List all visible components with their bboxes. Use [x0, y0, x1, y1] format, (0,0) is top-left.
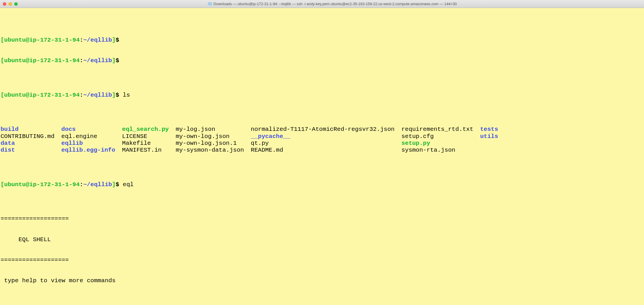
ls-entry: my-log.json: [176, 126, 244, 133]
ls-column: my-log.jsonmy-own-log.jsonmy-own-log.jso…: [176, 126, 244, 154]
prompt-dollar: $: [116, 181, 123, 188]
ls-entry: eqllib: [61, 140, 115, 147]
prompt-bracket-close: ]: [112, 92, 116, 98]
ls-entry: CONTRIBUTING.md: [1, 133, 54, 140]
prompt-dollar: $: [116, 37, 123, 43]
prompt-bracket-close: ]: [112, 181, 116, 188]
command-ls: ls: [123, 92, 130, 98]
eql-banner-title: EQL SHELL: [1, 236, 643, 243]
prompt-user-host: ubuntu@ip-172-31-1-94: [4, 57, 80, 64]
ls-entry: build: [1, 126, 54, 133]
prompt-line-eql: [ubuntu@ip-172-31-1-94:~/eqllib]$ eql: [1, 181, 643, 188]
ls-entry: sysmon-rta.json: [401, 147, 473, 154]
prompt-user-host: ubuntu@ip-172-31-1-94: [4, 181, 80, 188]
ls-entry: eqllib.egg-info: [61, 147, 115, 154]
prompt-colon: :: [80, 92, 83, 98]
prompt-path: ~/eqllib: [83, 37, 112, 43]
terminal-body[interactable]: [ubuntu@ip-172-31-1-94:~/eqllib]$ [ubunt…: [0, 8, 644, 305]
prompt-user-host: ubuntu@ip-172-31-1-94: [4, 92, 80, 98]
ls-entry: setup.py: [401, 140, 473, 147]
prompt-bracket-open: [: [1, 181, 4, 188]
prompt-colon: :: [80, 181, 83, 188]
prompt-colon: :: [80, 57, 83, 64]
ls-entry: eql.engine: [61, 133, 115, 140]
ls-entry: requirements_rtd.txt: [401, 126, 473, 133]
prompt-line: [ubuntu@ip-172-31-1-94:~/eqllib]$: [1, 57, 643, 64]
ls-entry: normalized-T1117-AtomicRed-regsvr32.json: [251, 126, 394, 133]
ls-entry: my-own-log.json: [176, 133, 244, 140]
prompt-line: [ubuntu@ip-172-31-1-94:~/eqllib]$: [1, 37, 643, 44]
ls-column: docseql.engineeqllibeqllib.egg-info: [61, 126, 115, 154]
close-window-button[interactable]: [3, 2, 6, 6]
ls-column: eql_search.pyLICENSEMakefileMANIFEST.in: [122, 126, 169, 154]
ls-entry: my-own-log.json.1: [176, 140, 244, 147]
ls-entry: tests: [480, 126, 498, 133]
ls-entry: utils: [480, 133, 498, 140]
prompt-bracket-close: ]: [112, 57, 116, 64]
ls-entry: README.md: [251, 147, 394, 154]
ls-entry: dist: [1, 147, 54, 154]
eql-banner-rule: ===================: [1, 257, 643, 264]
ls-entry: LICENSE: [122, 133, 169, 140]
maximize-window-button[interactable]: [14, 2, 18, 6]
prompt-path: ~/eqllib: [83, 181, 112, 188]
ls-column: buildCONTRIBUTING.mddatadist: [1, 126, 54, 154]
prompt-bracket-open: [: [1, 37, 4, 43]
ls-entry: MANIFEST.in: [122, 147, 169, 154]
window-title: Downloads — ubuntu@ip-172-31-1-94: ~/eql…: [23, 2, 641, 6]
prompt-bracket-close: ]: [112, 37, 116, 43]
minimize-window-button[interactable]: [9, 2, 12, 6]
eql-help-line: type help to view more commands: [1, 277, 643, 284]
prompt-bracket-open: [: [1, 57, 4, 64]
ls-entry: setup.cfg: [401, 133, 473, 140]
prompt-user-host: ubuntu@ip-172-31-1-94: [4, 37, 80, 43]
ls-entry: __pycache__: [251, 133, 394, 140]
ls-output: buildCONTRIBUTING.mddatadistdocseql.engi…: [1, 126, 643, 154]
ls-entry: qt.py: [251, 140, 394, 147]
prompt-path: ~/eqllib: [83, 92, 112, 98]
prompt-line-ls: [ubuntu@ip-172-31-1-94:~/eqllib]$ ls: [1, 92, 643, 99]
prompt-dollar: $: [116, 92, 123, 98]
prompt-bracket-open: [: [1, 92, 4, 98]
prompt-dollar: $: [116, 57, 123, 64]
command-eql: eql: [123, 181, 134, 188]
ls-column: normalized-T1117-AtomicRed-regsvr32.json…: [251, 126, 394, 154]
prompt-colon: :: [80, 37, 83, 43]
ls-column: testsutils: [480, 126, 498, 154]
eql-banner-rule: ===================: [1, 215, 643, 222]
window-title-text: Downloads — ubuntu@ip-172-31-1-94: ~/eql…: [214, 2, 457, 6]
ls-entry: docs: [61, 126, 115, 133]
traffic-lights: [3, 2, 18, 6]
prompt-path: ~/eqllib: [83, 57, 112, 64]
ls-entry: my-sysmon-data.json: [176, 147, 244, 154]
ls-entry: data: [1, 140, 54, 147]
folder-icon: [208, 2, 212, 5]
ls-column: requirements_rtd.txtsetup.cfgsetup.pysys…: [401, 126, 473, 154]
window-titlebar: Downloads — ubuntu@ip-172-31-1-94: ~/eql…: [0, 0, 644, 8]
ls-entry: Makefile: [122, 140, 169, 147]
ls-entry: eql_search.py: [122, 126, 169, 133]
